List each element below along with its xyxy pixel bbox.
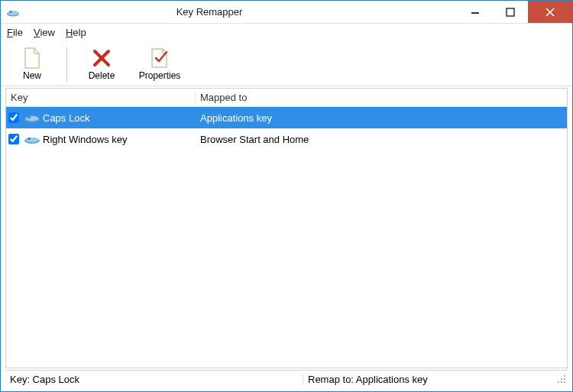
new-button[interactable]: New (4, 43, 60, 86)
menubar: File View Help (1, 24, 572, 40)
statusbar: Key: Caps Lock Remap to: Applications ke… (5, 370, 568, 388)
status-key: Key: Caps Lock (5, 374, 303, 385)
key-icon (21, 133, 43, 145)
maximize-icon (506, 8, 515, 17)
properties-button[interactable]: Properties (131, 43, 188, 86)
properties-icon (149, 47, 170, 69)
delete-button[interactable]: Delete (73, 43, 130, 86)
svg-point-17 (564, 378, 565, 380)
column-headers: Key Mapped to (6, 89, 567, 107)
svg-point-14 (28, 138, 31, 140)
row-checkbox-cell (6, 134, 21, 144)
titlebar: Key Remapper (1, 1, 572, 24)
new-label: New (23, 70, 41, 81)
window-title: Key Remapper (0, 6, 458, 18)
minimize-icon (471, 8, 480, 17)
svg-point-16 (561, 381, 562, 383)
row-key: Caps Lock (43, 112, 196, 124)
column-header-mapped[interactable]: Mapped to (196, 92, 567, 103)
window-controls (458, 1, 572, 23)
app-window: Key Remapper File View Help (0, 0, 573, 392)
resize-grip-icon (557, 374, 566, 384)
menu-view[interactable]: View (34, 27, 55, 38)
resize-grip[interactable] (554, 374, 568, 385)
menu-file[interactable]: File (7, 27, 23, 38)
status-remap: Remap to: Applications key (303, 374, 554, 385)
toolbar-separator (66, 47, 67, 82)
row-mapped: Applications key (196, 112, 567, 124)
delete-icon (91, 47, 112, 69)
properties-label: Properties (139, 70, 181, 81)
close-icon (545, 8, 555, 17)
svg-point-11 (28, 116, 31, 118)
mapping-list: Key Mapped to Caps LockApplications keyR… (5, 88, 568, 368)
close-button[interactable] (528, 1, 572, 23)
row-checkbox[interactable] (8, 134, 19, 144)
row-checkbox-cell (6, 112, 21, 123)
svg-point-15 (564, 381, 565, 383)
row-checkbox[interactable] (8, 112, 19, 123)
menu-help[interactable]: Help (66, 27, 86, 38)
rows-container: Caps LockApplications keyRight Windows k… (6, 107, 567, 368)
svg-rect-3 (471, 12, 479, 14)
table-row[interactable]: Caps LockApplications key (6, 107, 567, 128)
svg-rect-4 (507, 8, 514, 16)
new-file-icon (21, 47, 43, 69)
toolbar: New Delete Properties (1, 40, 572, 86)
minimize-button[interactable] (458, 1, 493, 23)
row-key: Right Windows key (43, 134, 196, 145)
key-icon (21, 112, 43, 124)
svg-point-18 (558, 381, 559, 383)
svg-point-20 (564, 375, 565, 377)
maximize-button[interactable] (493, 1, 528, 23)
column-header-key[interactable]: Key (6, 92, 196, 103)
delete-label: Delete (89, 70, 115, 81)
row-mapped: Browser Start and Home (196, 134, 567, 145)
svg-point-19 (561, 378, 562, 380)
table-row[interactable]: Right Windows keyBrowser Start and Home (6, 128, 567, 150)
